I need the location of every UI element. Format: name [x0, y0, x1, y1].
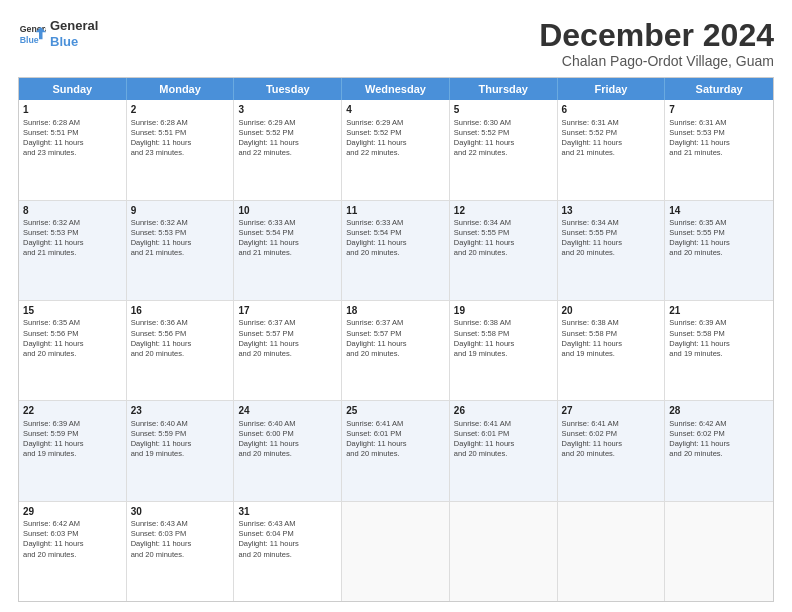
logo-icon: General Blue	[18, 20, 46, 48]
header-day-friday: Friday	[558, 78, 666, 100]
day-cell-3: 3Sunrise: 6:29 AM Sunset: 5:52 PM Daylig…	[234, 100, 342, 199]
empty-cell	[342, 502, 450, 601]
day-number: 12	[454, 204, 553, 218]
day-number: 26	[454, 404, 553, 418]
day-cell-14: 14Sunrise: 6:35 AM Sunset: 5:55 PM Dayli…	[665, 201, 773, 300]
day-info: Sunrise: 6:40 AM Sunset: 6:00 PM Dayligh…	[238, 419, 337, 460]
empty-cell	[450, 502, 558, 601]
svg-text:Blue: Blue	[20, 34, 39, 44]
day-number: 17	[238, 304, 337, 318]
day-info: Sunrise: 6:31 AM Sunset: 5:53 PM Dayligh…	[669, 118, 769, 159]
header-day-thursday: Thursday	[450, 78, 558, 100]
day-info: Sunrise: 6:30 AM Sunset: 5:52 PM Dayligh…	[454, 118, 553, 159]
day-number: 28	[669, 404, 769, 418]
calendar-body: 1Sunrise: 6:28 AM Sunset: 5:51 PM Daylig…	[19, 100, 773, 601]
day-number: 19	[454, 304, 553, 318]
day-cell-18: 18Sunrise: 6:37 AM Sunset: 5:57 PM Dayli…	[342, 301, 450, 400]
day-cell-1: 1Sunrise: 6:28 AM Sunset: 5:51 PM Daylig…	[19, 100, 127, 199]
day-cell-27: 27Sunrise: 6:41 AM Sunset: 6:02 PM Dayli…	[558, 401, 666, 500]
day-number: 23	[131, 404, 230, 418]
day-info: Sunrise: 6:28 AM Sunset: 5:51 PM Dayligh…	[131, 118, 230, 159]
calendar-week-1: 1Sunrise: 6:28 AM Sunset: 5:51 PM Daylig…	[19, 100, 773, 200]
header-day-sunday: Sunday	[19, 78, 127, 100]
day-info: Sunrise: 6:41 AM Sunset: 6:01 PM Dayligh…	[454, 419, 553, 460]
month-title: December 2024	[539, 18, 774, 53]
calendar-header: SundayMondayTuesdayWednesdayThursdayFrid…	[19, 78, 773, 100]
day-cell-23: 23Sunrise: 6:40 AM Sunset: 5:59 PM Dayli…	[127, 401, 235, 500]
day-cell-7: 7Sunrise: 6:31 AM Sunset: 5:53 PM Daylig…	[665, 100, 773, 199]
day-cell-15: 15Sunrise: 6:35 AM Sunset: 5:56 PM Dayli…	[19, 301, 127, 400]
day-cell-25: 25Sunrise: 6:41 AM Sunset: 6:01 PM Dayli…	[342, 401, 450, 500]
day-number: 30	[131, 505, 230, 519]
day-info: Sunrise: 6:43 AM Sunset: 6:03 PM Dayligh…	[131, 519, 230, 560]
day-info: Sunrise: 6:40 AM Sunset: 5:59 PM Dayligh…	[131, 419, 230, 460]
logo: General Blue General Blue	[18, 18, 98, 49]
day-cell-31: 31Sunrise: 6:43 AM Sunset: 6:04 PM Dayli…	[234, 502, 342, 601]
day-cell-29: 29Sunrise: 6:42 AM Sunset: 6:03 PM Dayli…	[19, 502, 127, 601]
day-cell-19: 19Sunrise: 6:38 AM Sunset: 5:58 PM Dayli…	[450, 301, 558, 400]
day-info: Sunrise: 6:37 AM Sunset: 5:57 PM Dayligh…	[346, 318, 445, 359]
day-number: 27	[562, 404, 661, 418]
calendar: SundayMondayTuesdayWednesdayThursdayFrid…	[18, 77, 774, 602]
day-number: 4	[346, 103, 445, 117]
day-info: Sunrise: 6:43 AM Sunset: 6:04 PM Dayligh…	[238, 519, 337, 560]
day-cell-22: 22Sunrise: 6:39 AM Sunset: 5:59 PM Dayli…	[19, 401, 127, 500]
day-info: Sunrise: 6:33 AM Sunset: 5:54 PM Dayligh…	[238, 218, 337, 259]
day-number: 15	[23, 304, 122, 318]
day-cell-2: 2Sunrise: 6:28 AM Sunset: 5:51 PM Daylig…	[127, 100, 235, 199]
day-cell-26: 26Sunrise: 6:41 AM Sunset: 6:01 PM Dayli…	[450, 401, 558, 500]
day-info: Sunrise: 6:38 AM Sunset: 5:58 PM Dayligh…	[562, 318, 661, 359]
day-cell-8: 8Sunrise: 6:32 AM Sunset: 5:53 PM Daylig…	[19, 201, 127, 300]
day-info: Sunrise: 6:34 AM Sunset: 5:55 PM Dayligh…	[454, 218, 553, 259]
day-number: 21	[669, 304, 769, 318]
day-info: Sunrise: 6:33 AM Sunset: 5:54 PM Dayligh…	[346, 218, 445, 259]
day-number: 1	[23, 103, 122, 117]
day-info: Sunrise: 6:32 AM Sunset: 5:53 PM Dayligh…	[23, 218, 122, 259]
empty-cell	[558, 502, 666, 601]
day-info: Sunrise: 6:38 AM Sunset: 5:58 PM Dayligh…	[454, 318, 553, 359]
day-number: 7	[669, 103, 769, 117]
day-cell-9: 9Sunrise: 6:32 AM Sunset: 5:53 PM Daylig…	[127, 201, 235, 300]
day-number: 18	[346, 304, 445, 318]
day-info: Sunrise: 6:42 AM Sunset: 6:03 PM Dayligh…	[23, 519, 122, 560]
day-cell-30: 30Sunrise: 6:43 AM Sunset: 6:03 PM Dayli…	[127, 502, 235, 601]
day-cell-16: 16Sunrise: 6:36 AM Sunset: 5:56 PM Dayli…	[127, 301, 235, 400]
day-number: 3	[238, 103, 337, 117]
header-day-wednesday: Wednesday	[342, 78, 450, 100]
day-cell-17: 17Sunrise: 6:37 AM Sunset: 5:57 PM Dayli…	[234, 301, 342, 400]
day-cell-11: 11Sunrise: 6:33 AM Sunset: 5:54 PM Dayli…	[342, 201, 450, 300]
logo-text: General Blue	[50, 18, 98, 49]
page: General Blue General Blue December 2024 …	[0, 0, 792, 612]
day-number: 8	[23, 204, 122, 218]
title-block: December 2024 Chalan Pago-Ordot Village,…	[539, 18, 774, 69]
day-info: Sunrise: 6:36 AM Sunset: 5:56 PM Dayligh…	[131, 318, 230, 359]
header-day-tuesday: Tuesday	[234, 78, 342, 100]
subtitle: Chalan Pago-Ordot Village, Guam	[539, 53, 774, 69]
day-info: Sunrise: 6:35 AM Sunset: 5:55 PM Dayligh…	[669, 218, 769, 259]
day-info: Sunrise: 6:42 AM Sunset: 6:02 PM Dayligh…	[669, 419, 769, 460]
header: General Blue General Blue December 2024 …	[18, 18, 774, 69]
day-number: 9	[131, 204, 230, 218]
day-cell-24: 24Sunrise: 6:40 AM Sunset: 6:00 PM Dayli…	[234, 401, 342, 500]
day-info: Sunrise: 6:37 AM Sunset: 5:57 PM Dayligh…	[238, 318, 337, 359]
calendar-week-3: 15Sunrise: 6:35 AM Sunset: 5:56 PM Dayli…	[19, 301, 773, 401]
day-number: 20	[562, 304, 661, 318]
day-cell-12: 12Sunrise: 6:34 AM Sunset: 5:55 PM Dayli…	[450, 201, 558, 300]
day-number: 2	[131, 103, 230, 117]
day-cell-10: 10Sunrise: 6:33 AM Sunset: 5:54 PM Dayli…	[234, 201, 342, 300]
header-day-monday: Monday	[127, 78, 235, 100]
day-number: 25	[346, 404, 445, 418]
day-info: Sunrise: 6:41 AM Sunset: 6:02 PM Dayligh…	[562, 419, 661, 460]
day-number: 5	[454, 103, 553, 117]
day-number: 13	[562, 204, 661, 218]
day-cell-4: 4Sunrise: 6:29 AM Sunset: 5:52 PM Daylig…	[342, 100, 450, 199]
day-cell-5: 5Sunrise: 6:30 AM Sunset: 5:52 PM Daylig…	[450, 100, 558, 199]
day-cell-20: 20Sunrise: 6:38 AM Sunset: 5:58 PM Dayli…	[558, 301, 666, 400]
day-cell-13: 13Sunrise: 6:34 AM Sunset: 5:55 PM Dayli…	[558, 201, 666, 300]
day-number: 22	[23, 404, 122, 418]
day-number: 10	[238, 204, 337, 218]
day-info: Sunrise: 6:39 AM Sunset: 5:59 PM Dayligh…	[23, 419, 122, 460]
day-cell-21: 21Sunrise: 6:39 AM Sunset: 5:58 PM Dayli…	[665, 301, 773, 400]
day-info: Sunrise: 6:29 AM Sunset: 5:52 PM Dayligh…	[346, 118, 445, 159]
day-info: Sunrise: 6:34 AM Sunset: 5:55 PM Dayligh…	[562, 218, 661, 259]
